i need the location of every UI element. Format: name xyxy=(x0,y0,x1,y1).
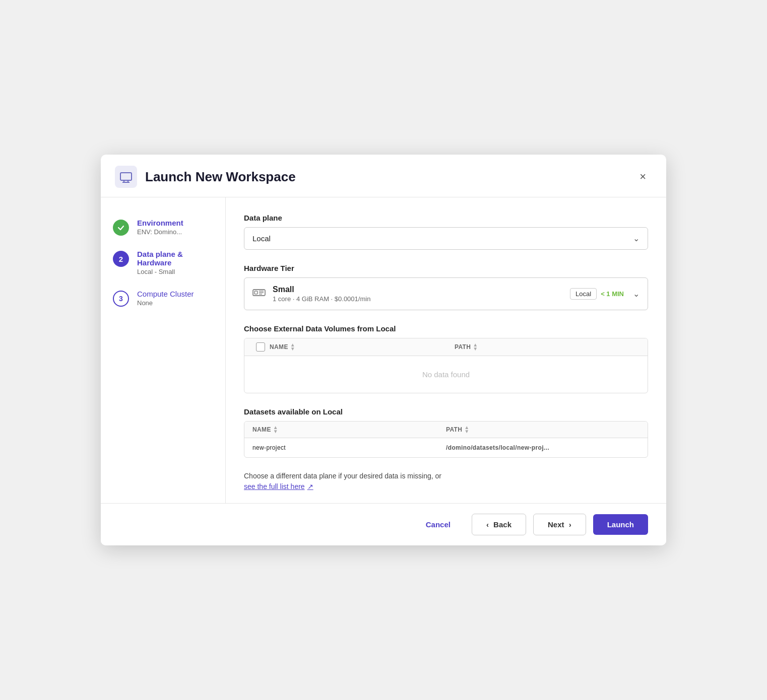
datasets-path-sort-icon[interactable]: ▲▼ xyxy=(464,426,469,434)
hardware-tier-badges: Local < 1 MIN xyxy=(570,288,624,300)
launch-button[interactable]: Launch xyxy=(593,514,648,535)
main-content: Data plane Local ⌄ Hardware Tier xyxy=(226,197,666,503)
step-badge-data-plane: 2 xyxy=(113,251,129,267)
select-all-checkbox[interactable] xyxy=(256,342,265,352)
step-label-compute-cluster: Compute Cluster xyxy=(137,290,194,298)
modal-title: Launch New Workspace xyxy=(145,169,627,185)
data-plane-section: Data plane Local ⌄ xyxy=(244,214,648,250)
dataset-path-cell: /domino/datasets/local/new-proj... xyxy=(446,444,640,451)
step-info-data-plane: Data plane & Hardware Local - Small xyxy=(137,250,215,275)
external-volumes-header: NAME ▲▼ PATH ▲▼ xyxy=(244,338,648,356)
data-plane-label: Data plane xyxy=(244,214,648,222)
hardware-tier-info: Small 1 core · 4 GiB RAM · $0.0001/min xyxy=(273,285,563,303)
modal-body: Environment ENV: Domino... 2 Data plane … xyxy=(101,197,666,503)
external-volumes-heading: Choose External Data Volumes from Local xyxy=(244,324,648,333)
hardware-tier-selector[interactable]: Small 1 core · 4 GiB RAM · $0.0001/min L… xyxy=(244,277,648,310)
external-volumes-section: Choose External Data Volumes from Local … xyxy=(244,324,648,393)
close-button[interactable]: × xyxy=(635,168,650,185)
svg-rect-5 xyxy=(254,291,258,294)
modal-header: Launch New Workspace × xyxy=(101,155,666,197)
full-list-link[interactable]: see the full list here ↗ xyxy=(244,482,313,491)
table-row: new-project /domino/datasets/local/new-p… xyxy=(244,438,648,457)
step-label-environment: Environment xyxy=(137,219,183,227)
sidebar-item-compute-cluster[interactable]: 3 Compute Cluster None xyxy=(101,283,225,314)
svg-rect-0 xyxy=(120,173,132,180)
datasets-name-sort-icon[interactable]: ▲▼ xyxy=(273,426,278,434)
info-text: Choose a different data plane if your de… xyxy=(244,472,648,480)
hardware-tier-name: Small xyxy=(273,285,563,294)
chevron-down-icon: ⌄ xyxy=(633,234,640,243)
launch-workspace-modal: Launch New Workspace × Environment ENV: … xyxy=(101,155,666,545)
data-plane-dropdown[interactable]: Local ⌄ xyxy=(244,227,648,250)
modal-footer: Cancel ‹ Back Next › Launch xyxy=(101,503,666,545)
datasets-col-name: NAME ▲▼ xyxy=(252,426,446,434)
datasets-table: NAME ▲▼ PATH ▲▼ new-project /domino/data… xyxy=(244,421,648,458)
step-label-data-plane: Data plane & Hardware xyxy=(137,250,215,267)
datasets-header: NAME ▲▼ PATH ▲▼ xyxy=(244,422,648,438)
step-sublabel-environment: ENV: Domino... xyxy=(137,228,183,236)
modal-icon xyxy=(115,166,137,188)
no-data-message: No data found xyxy=(244,356,648,393)
close-icon: × xyxy=(640,170,646,183)
hardware-tier-chevron-icon: ⌄ xyxy=(633,289,640,299)
cancel-button[interactable]: Cancel xyxy=(412,514,465,535)
data-plane-selected: Local xyxy=(252,234,271,243)
path-sort-icon[interactable]: ▲▼ xyxy=(473,343,478,351)
hardware-icon xyxy=(252,288,266,301)
next-button[interactable]: Next › xyxy=(533,514,586,535)
datasets-heading: Datasets available on Local xyxy=(244,407,648,416)
datasets-section: Datasets available on Local NAME ▲▼ PATH… xyxy=(244,407,648,458)
datasets-col-path: PATH ▲▼ xyxy=(446,426,640,434)
hardware-tier-section: Hardware Tier Small 1 core · 4 Gi xyxy=(244,264,648,310)
volumes-col-name: NAME ▲▼ xyxy=(270,343,455,351)
info-section: Choose a different data plane if your de… xyxy=(244,472,648,491)
name-sort-icon[interactable]: ▲▼ xyxy=(290,343,295,351)
step-info-environment: Environment ENV: Domino... xyxy=(137,219,183,236)
next-chevron-icon: › xyxy=(569,520,571,529)
time-badge: < 1 MIN xyxy=(601,290,624,298)
step-info-compute-cluster: Compute Cluster None xyxy=(137,290,194,307)
dataset-name-cell: new-project xyxy=(252,444,446,451)
sidebar-item-data-plane-hardware[interactable]: 2 Data plane & Hardware Local - Small xyxy=(101,243,225,283)
volumes-col-path: PATH ▲▼ xyxy=(455,343,640,351)
step-badge-environment xyxy=(113,220,129,236)
step-badge-compute-cluster: 3 xyxy=(113,291,129,307)
step-sublabel-data-plane: Local - Small xyxy=(137,268,215,275)
external-volumes-table: NAME ▲▼ PATH ▲▼ No data found xyxy=(244,338,648,393)
external-link-icon: ↗ xyxy=(307,482,313,491)
hardware-tier-details: 1 core · 4 GiB RAM · $0.0001/min xyxy=(273,295,563,303)
back-button[interactable]: ‹ Back xyxy=(472,514,526,535)
hardware-tier-label: Hardware Tier xyxy=(244,264,648,272)
header-checkbox-cell[interactable] xyxy=(251,342,270,352)
step-sublabel-compute-cluster: None xyxy=(137,299,194,307)
sidebar: Environment ENV: Domino... 2 Data plane … xyxy=(101,197,226,503)
sidebar-item-environment[interactable]: Environment ENV: Domino... xyxy=(101,212,225,243)
local-badge: Local xyxy=(570,288,597,300)
back-chevron-icon: ‹ xyxy=(486,520,489,529)
